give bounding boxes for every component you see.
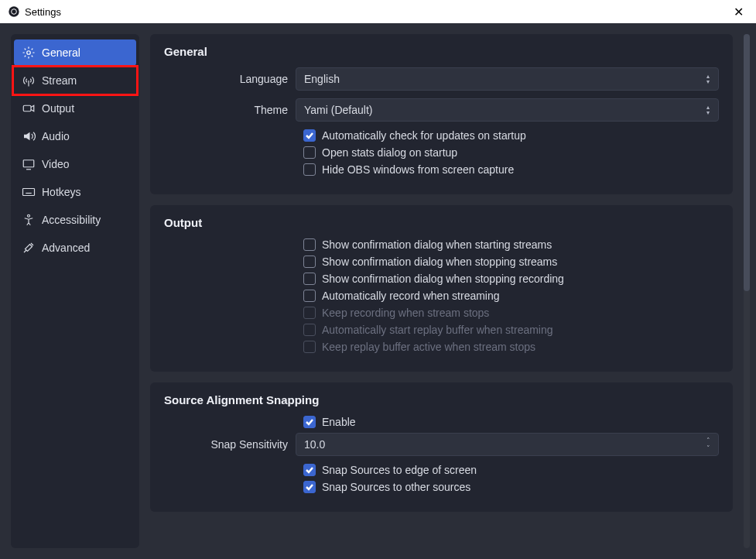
- sidebar-item-label: Hotkeys: [42, 186, 81, 198]
- snap-sensitivity-input[interactable]: 10.0 ˄˅: [296, 433, 719, 456]
- spinner-icon: ▴▾: [703, 68, 713, 90]
- sidebar-item-audio[interactable]: Audio: [14, 123, 136, 149]
- sidebar-item-label: Stream: [42, 74, 77, 87]
- language-select[interactable]: English ▴▾: [296, 67, 719, 91]
- check-label: Automatically record when streaming: [322, 290, 500, 302]
- check-row[interactable]: Hide OBS windows from screen capture: [303, 163, 719, 176]
- check-label: Snap Sources to other sources: [322, 481, 470, 493]
- theme-select[interactable]: Yami (Default) ▴▾: [296, 98, 719, 122]
- checkbox[interactable]: [303, 481, 316, 493]
- panel-snapping: Source Alignment Snapping Enable Snap Se…: [150, 382, 733, 512]
- panel-title-output: Output: [164, 216, 719, 229]
- language-value: English: [304, 73, 340, 85]
- keyboard-icon: [22, 185, 36, 199]
- gear-icon: [22, 46, 36, 60]
- check-row[interactable]: Automatically check for updates on start…: [303, 129, 719, 142]
- check-label: Open stats dialog on startup: [322, 146, 457, 159]
- panel-output: Output Show confirmation dialog when sta…: [150, 205, 733, 372]
- svg-point-0: [9, 6, 19, 16]
- sidebar-item-label: Output: [42, 102, 74, 115]
- titlebar: Settings ✕: [0, 0, 756, 23]
- window-body: GeneralStreamOutputAudioVideoHotkeysAcce…: [0, 23, 756, 559]
- checkbox: [303, 324, 316, 336]
- check-enable-snapping[interactable]: [303, 416, 316, 428]
- check-row: Keep replay buffer active when stream st…: [303, 341, 719, 353]
- checkbox: [303, 341, 316, 353]
- sidebar-item-general[interactable]: General: [14, 39, 136, 66]
- check-label: Keep recording when stream stops: [322, 307, 489, 319]
- check-row[interactable]: Show confirmation dialog when stopping r…: [303, 273, 719, 285]
- sidebar-item-label: Accessibility: [42, 214, 101, 226]
- monitor-icon: [22, 157, 36, 171]
- language-label: Language: [164, 73, 296, 85]
- sidebar-item-label: Advanced: [42, 242, 90, 254]
- check-row: Automatically start replay buffer when s…: [303, 324, 719, 336]
- checkbox[interactable]: [303, 163, 316, 176]
- scrollbar-thumb[interactable]: [744, 34, 750, 291]
- window-title: Settings: [25, 6, 61, 18]
- check-enable-snapping-label: Enable: [322, 416, 356, 428]
- tools-icon: [22, 241, 36, 255]
- svg-rect-4: [23, 105, 31, 111]
- panel-title-general: General: [164, 45, 719, 58]
- check-label: Show confirmation dialog when starting s…: [322, 238, 552, 251]
- check-row[interactable]: Automatically record when streaming: [303, 290, 719, 302]
- check-row[interactable]: Snap Sources to edge of screen: [303, 464, 719, 476]
- scrollbar[interactable]: [744, 34, 750, 548]
- check-label: Keep replay buffer active when stream st…: [322, 341, 535, 353]
- obs-logo-icon: [8, 5, 20, 18]
- close-icon[interactable]: ✕: [729, 3, 748, 21]
- sidebar-item-label: Audio: [42, 130, 70, 142]
- accessibility-icon: [22, 213, 36, 227]
- sidebar-item-stream[interactable]: Stream: [14, 67, 136, 94]
- svg-rect-5: [23, 160, 34, 167]
- check-label: Show confirmation dialog when stopping s…: [322, 255, 557, 268]
- sidebar: GeneralStreamOutputAudioVideoHotkeysAcce…: [11, 34, 139, 548]
- sidebar-item-accessibility[interactable]: Accessibility: [14, 207, 136, 233]
- spinner-icon: ˄˅: [703, 434, 713, 455]
- checkbox[interactable]: [303, 146, 316, 159]
- sidebar-item-label: Video: [42, 158, 70, 170]
- step-up-icon[interactable]: ˄: [703, 437, 713, 444]
- check-row[interactable]: Show confirmation dialog when stopping s…: [303, 255, 719, 268]
- snap-sensitivity-label: Snap Sensitivity: [164, 438, 296, 451]
- theme-value: Yami (Default): [304, 104, 372, 116]
- svg-point-2: [27, 51, 31, 55]
- check-row: Keep recording when stream stops: [303, 307, 719, 319]
- check-label: Automatically start replay buffer when s…: [322, 324, 553, 336]
- svg-point-13: [28, 214, 30, 217]
- step-down-icon[interactable]: ˅: [703, 444, 713, 452]
- check-label: Show confirmation dialog when stopping r…: [322, 273, 564, 285]
- checkbox[interactable]: [303, 464, 316, 476]
- panel-title-snapping: Source Alignment Snapping: [164, 393, 719, 406]
- check-row[interactable]: Snap Sources to other sources: [303, 481, 719, 493]
- check-row[interactable]: Open stats dialog on startup: [303, 146, 719, 159]
- check-row[interactable]: Show confirmation dialog when starting s…: [303, 238, 719, 251]
- panel-general: General Language English ▴▾ Theme Yami (…: [150, 34, 733, 194]
- check-label: Hide OBS windows from screen capture: [322, 163, 514, 176]
- sidebar-item-output[interactable]: Output: [14, 95, 136, 122]
- theme-label: Theme: [164, 104, 296, 116]
- snap-sensitivity-value: 10.0: [304, 438, 325, 451]
- check-enable-snapping-row[interactable]: Enable: [303, 416, 719, 428]
- sidebar-item-hotkeys[interactable]: Hotkeys: [14, 179, 136, 205]
- svg-rect-7: [23, 189, 35, 196]
- sidebar-item-video[interactable]: Video: [14, 151, 136, 177]
- check-label: Automatically check for updates on start…: [322, 129, 526, 142]
- checkbox[interactable]: [303, 273, 316, 285]
- sidebar-item-label: General: [42, 46, 80, 59]
- speaker-icon: [22, 129, 36, 143]
- camera-icon: [22, 101, 36, 115]
- checkbox[interactable]: [303, 255, 316, 268]
- checkbox: [303, 307, 316, 319]
- checkbox[interactable]: [303, 290, 316, 302]
- sidebar-item-advanced[interactable]: Advanced: [14, 235, 136, 261]
- check-label: Snap Sources to edge of screen: [322, 464, 477, 476]
- main-content: General Language English ▴▾ Theme Yami (…: [150, 34, 733, 548]
- checkbox[interactable]: [303, 238, 316, 251]
- antenna-icon: [22, 74, 36, 87]
- spinner-icon: ▴▾: [703, 99, 713, 121]
- checkbox[interactable]: [303, 129, 316, 142]
